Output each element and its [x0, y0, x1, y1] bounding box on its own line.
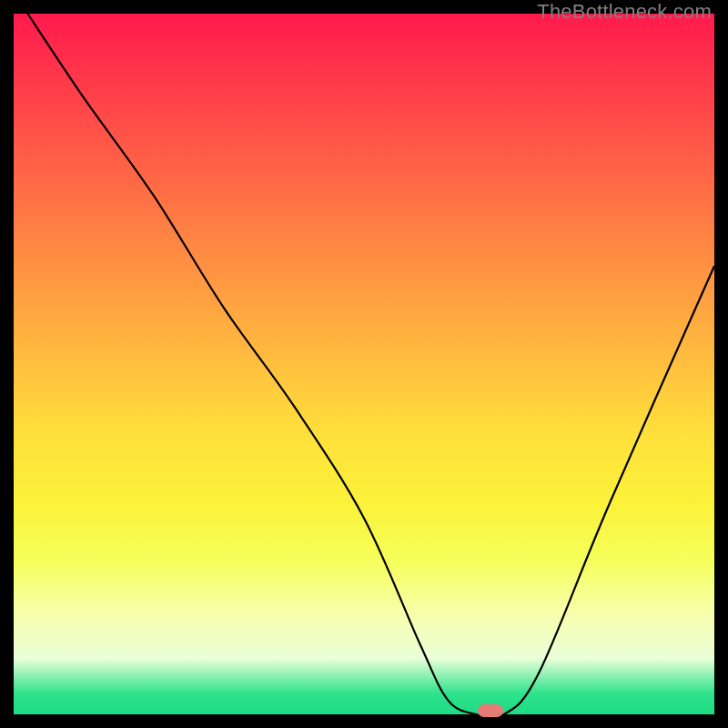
optimum-marker [478, 704, 503, 717]
curve-path [27, 14, 714, 714]
watermark-text: TheBottleneck.com [537, 0, 712, 24]
bottleneck-curve [14, 14, 714, 714]
chart-frame: TheBottleneck.com [0, 0, 728, 728]
plot-area [14, 14, 714, 714]
